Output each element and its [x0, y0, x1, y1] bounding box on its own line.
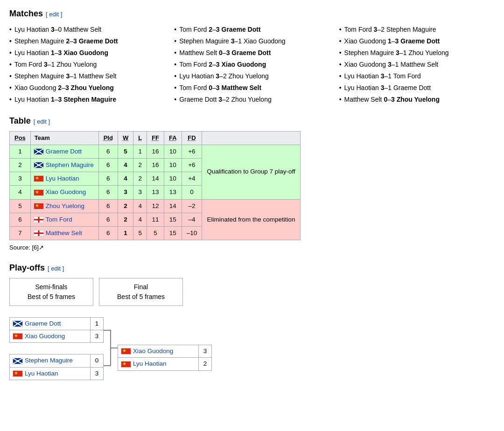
cell-l: 1 [133, 145, 147, 158]
cell-fd: +4 [182, 172, 202, 186]
final-match: Xiao Guodong3Lyu Haotian2 [118, 345, 212, 371]
match-opponent: Tom Ford [393, 72, 421, 80]
player-link[interactable]: Stephen Maguire [46, 161, 94, 168]
cell-pld: 6 [98, 199, 118, 213]
cell-l: 4 [133, 213, 147, 226]
cell-l: 3 [133, 186, 147, 199]
match-item: Xiao Guodong 3–1 Matthew Selt [339, 59, 495, 70]
col-header-ff: FF [147, 132, 164, 145]
cell-pld: 6 [98, 213, 118, 226]
match-opponent: Graeme Dott [231, 49, 271, 56]
match-player1: Lyu Haotian [179, 72, 216, 80]
bracket-player-link[interactable]: Lyu Haotian [133, 360, 167, 367]
match-opponent: Graeme Dott [400, 37, 440, 45]
col-header-team: Team [30, 132, 98, 145]
match-player1: Xiao Guodong [344, 37, 388, 45]
bracket-score: 1 [90, 318, 103, 330]
matches-header: Matches [ edit ] [9, 7, 495, 20]
match-player1: Matthew Selt [344, 96, 384, 103]
cell-pos: 5 [10, 199, 31, 213]
match-player1: Tom Ford [14, 61, 44, 68]
bracket-score: 0 [90, 355, 103, 367]
cell-team: Tom Ford [30, 213, 98, 226]
match-opponent: Stephen Maguire [63, 96, 116, 103]
match-opponent: Matthew Selt [79, 72, 117, 80]
cell-fd: 0 [182, 186, 202, 199]
cell-ff: 16 [147, 158, 164, 172]
cell-pld: 6 [98, 227, 118, 240]
match-player1: Graeme Dott [179, 96, 218, 103]
flag-eng [34, 216, 44, 223]
player-link[interactable]: Xiao Guodong [46, 188, 86, 195]
bracket-player-link[interactable]: Xiao Guodong [133, 348, 173, 355]
cell-ff: 5 [147, 227, 164, 240]
bracket-score: 3 [90, 368, 103, 380]
player-link[interactable]: Matthew Selt [46, 229, 82, 236]
match-item: Matthew Selt 0–3 Graeme Dott [174, 47, 329, 59]
table-row: 5Zhou Yuelong6241214–2Eliminated from th… [10, 199, 301, 213]
playoffs-header: Play-offs [ edit ] [9, 262, 495, 274]
cell-ff: 16 [147, 145, 164, 158]
player-link[interactable]: Tom Ford [46, 216, 72, 223]
player-link[interactable]: Zhou Yuelong [46, 202, 84, 209]
cell-l: 5 [133, 227, 147, 240]
cell-l: 2 [133, 158, 147, 172]
match-item: Lyu Haotian 1–3 Stephen Maguire [9, 94, 165, 105]
cell-team: Stephen Maguire [30, 158, 98, 172]
flag-chn [121, 348, 131, 355]
bracket-player: Stephen Maguire [10, 355, 90, 367]
bracket-player-link[interactable]: Lyu Haotian [25, 370, 58, 377]
matches-edit-link[interactable]: [ edit ] [46, 10, 62, 19]
match-item: Tom Ford 0–3 Matthew Selt [174, 82, 329, 94]
playoffs-edit-link[interactable]: [ edit ] [48, 264, 64, 273]
flag-eng [34, 230, 44, 236]
cell-team: Zhou Yuelong [30, 199, 98, 213]
match-opponent: Zhou Yuelong [56, 61, 97, 68]
cell-fa: 14 [164, 199, 182, 213]
flag-sct [13, 358, 23, 364]
cell-team: Matthew Selt [30, 227, 98, 240]
match-player1: Lyu Haotian [14, 49, 51, 56]
cell-team: Xiao Guodong [30, 186, 98, 199]
matches-section: Matches [ edit ] Lyu Haotian 3–0 Matthew… [9, 7, 495, 105]
match-item: Lyu Haotian 1–3 Xiao Guodong [9, 47, 165, 59]
cell-w: 3 [118, 186, 133, 199]
match-opponent: Zhou Yuelong [229, 72, 269, 80]
matches-col-2: Tom Ford 2–3 Graeme DottStephen Maguire … [174, 24, 329, 105]
match-opponent: Matthew Selt [222, 84, 262, 91]
bracket-player-link[interactable]: Stephen Maguire [25, 357, 73, 364]
cell-pos: 6 [10, 213, 31, 226]
cell-pld: 6 [98, 172, 118, 186]
bracket-player: Graeme Dott [10, 318, 90, 330]
match-item: Xiao Guodong 2–3 Zhou Yuelong [9, 82, 165, 94]
cell-ff: 12 [147, 199, 164, 213]
match-player1: Stephen Maguire [14, 37, 66, 45]
match-player1: Lyu Haotian [14, 26, 51, 33]
player-link[interactable]: Graeme Dott [46, 148, 82, 155]
col-header-pos: Pos [10, 132, 31, 145]
cell-pos: 7 [10, 227, 31, 240]
bracket-row: Stephen Maguire0 [10, 355, 103, 367]
match-player1: Lyu Haotian [14, 96, 51, 103]
match-player1: Stephen Maguire [14, 72, 66, 80]
match-opponent: Matthew Selt [63, 26, 101, 33]
cell-pld: 6 [98, 186, 118, 199]
bracket-player-link[interactable]: Xiao Guodong [25, 333, 65, 340]
matches-title: Matches [9, 7, 43, 20]
semi-match-2: Stephen Maguire0Lyu Haotian3 [9, 354, 104, 380]
match-player1: Tom Ford [179, 26, 209, 33]
match-opponent: Zhou Yuelong [71, 84, 114, 91]
flag-chn [34, 175, 44, 182]
bracket-player-link[interactable]: Graeme Dott [25, 320, 61, 327]
match-opponent: Zhou Yuelong [408, 49, 448, 56]
table-row: 1Graeme Dott6511610+6Qualification to Gr… [10, 145, 301, 158]
player-link[interactable]: Lyu Haotian [46, 175, 79, 182]
round1-semis: Graeme Dott1Xiao Guodong3Stephen Maguire… [9, 317, 104, 382]
semi-match-1: Graeme Dott1Xiao Guodong3 [9, 317, 104, 343]
match-player1: Tom Ford [179, 84, 209, 91]
bracket-row: Xiao Guodong3 [118, 345, 211, 358]
table-edit-link[interactable]: [ edit ] [34, 117, 50, 126]
cell-team: Graeme Dott [30, 145, 98, 158]
col-header-pld: Pld [98, 132, 118, 145]
cell-pos: 2 [10, 158, 31, 172]
